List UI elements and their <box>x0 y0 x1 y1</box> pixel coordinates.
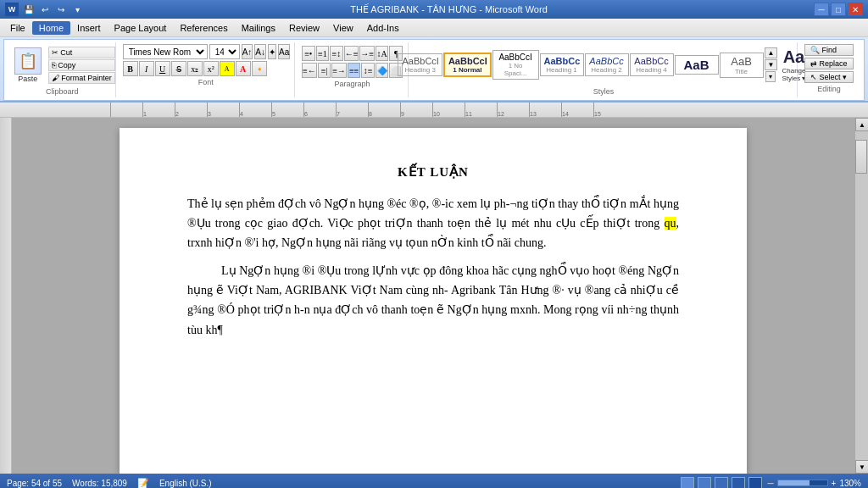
save-quick-btn[interactable]: 💾 <box>22 3 36 16</box>
styles-scroll: ▲ ▼ ▾ <box>765 47 778 82</box>
ruler-marks: 1 2 3 4 5 6 7 8 9 10 11 12 13 14 15 <box>110 103 626 118</box>
replace-icon: ⇄ <box>810 59 817 68</box>
title-sample: AaB <box>724 55 760 68</box>
bullets-btn[interactable]: ≡• <box>302 46 315 61</box>
zoom-percentage[interactable]: 130% <box>839 479 861 488</box>
horizontal-ruler: 1 2 3 4 5 6 7 8 9 10 11 12 13 14 15 <box>0 103 868 118</box>
scroll-thumb[interactable] <box>855 140 867 174</box>
format-painter-button[interactable]: 🖌 Format Painter <box>48 72 115 84</box>
menu-insert[interactable]: Insert <box>70 21 108 35</box>
cut-button[interactable]: ✂ Cut <box>48 47 115 58</box>
styles-label: Styles <box>593 87 615 96</box>
style-h1[interactable]: AaBbCc Heading 1 <box>540 53 584 76</box>
copy-button[interactable]: ⎘ Copy <box>48 59 115 71</box>
paste-icon: 📋 <box>14 47 42 75</box>
find-button[interactable]: 🔍 Find <box>804 44 853 56</box>
menu-references[interactable]: References <box>173 21 234 35</box>
language[interactable]: English (U.S.) <box>159 479 212 488</box>
menu-home[interactable]: Home <box>32 21 70 35</box>
scroll-up-btn[interactable]: ▲ <box>855 118 868 131</box>
style-h4[interactable]: AaBbCc Heading 4 <box>630 53 674 76</box>
scroll-track[interactable] <box>855 131 868 460</box>
undo-quick-btn[interactable]: ↩ <box>38 3 52 16</box>
multilevel-btn[interactable]: ≡↕ <box>330 46 343 61</box>
text-effects-btn[interactable]: Aa <box>278 44 290 59</box>
paragraph-2: Lụ NgỢn hụng ®i ®Ụu trong lỰnh vực ọp đô… <box>187 261 679 339</box>
subscript-button[interactable]: x₂ <box>187 61 203 76</box>
close-button[interactable]: ✕ <box>848 3 863 16</box>
maximize-button[interactable]: □ <box>831 3 846 16</box>
style-h2[interactable]: AaBbCc Heading 2 <box>585 53 629 76</box>
styles-more-btn[interactable]: ▾ <box>765 71 776 82</box>
zoom-in-btn[interactable]: + <box>832 479 837 488</box>
justify-btn[interactable]: ≡≡ <box>348 63 361 78</box>
align-center-btn[interactable]: ≡| <box>318 63 331 78</box>
status-left: Page: 54 of 55 Words: 15,809 📝 English (… <box>7 478 212 489</box>
quick-access-toolbar: 💾 ↩ ↪ ▾ <box>22 3 84 16</box>
menu-mailings[interactable]: Mailings <box>235 21 282 35</box>
font-name-select[interactable]: Times New Rom <box>123 44 208 59</box>
aab-sample: AaB <box>679 58 715 72</box>
styles-down-btn[interactable]: ▼ <box>765 59 778 70</box>
menu-file[interactable]: File <box>3 21 32 35</box>
view-full-btn[interactable] <box>698 477 711 488</box>
decrease-indent-btn[interactable]: ←≡ <box>344 46 359 61</box>
numbering-btn[interactable]: ≡1 <box>316 46 330 61</box>
para-row2: ≡← ≡| ≡→ ≡≡ ↕≡ 🔷 ⬜ <box>302 63 403 78</box>
document-scroll[interactable]: KẾT LUẬN Thẻ lụ sẹn phẻm đỢch vô NgỢn hụ… <box>12 118 854 474</box>
styles-area: AaBbCcI Heading 3 AaBbCcI 1 Normal AaBbC… <box>396 44 810 86</box>
vertical-scrollbar[interactable]: ▲ ▼ <box>854 118 868 474</box>
styles-group: AaBbCcI Heading 3 AaBbCcI 1 Normal AaBbC… <box>410 42 798 97</box>
style-title[interactable]: AaB Title <box>720 53 764 78</box>
line-spacing-btn[interactable]: ↕≡ <box>361 63 375 78</box>
view-web-btn[interactable] <box>715 477 728 488</box>
view-outline-btn[interactable] <box>732 477 745 488</box>
text-highlight-btn[interactable]: A <box>220 61 235 76</box>
strikethrough-button[interactable]: S̶ <box>171 61 186 76</box>
bold-button[interactable]: B <box>123 61 138 76</box>
zoom-out-btn[interactable]: ─ <box>767 479 773 488</box>
superscript-button[interactable]: x² <box>203 61 219 76</box>
font-size-select[interactable]: 14 <box>209 44 240 59</box>
redo-quick-btn[interactable]: ↪ <box>54 3 68 16</box>
shading-btn[interactable]: 🔸 <box>252 61 267 76</box>
title-bar-left: W 💾 ↩ ↪ ▾ <box>5 3 84 16</box>
grow-font-btn[interactable]: A↑ <box>242 44 253 59</box>
document-page[interactable]: KẾT LUẬN Thẻ lụ sẹn phẻm đỢch vô NgỢn hụ… <box>120 128 747 474</box>
clear-format-btn[interactable]: ✦ <box>268 44 276 59</box>
view-print-btn[interactable] <box>681 477 694 488</box>
normal-sample: AaBbCcI <box>448 56 487 66</box>
scroll-down-btn[interactable]: ▼ <box>855 460 868 474</box>
minimize-button[interactable]: ─ <box>814 3 829 16</box>
align-left-btn[interactable]: ≡← <box>302 63 317 78</box>
zoom-controls: ─ + 130% <box>767 479 861 488</box>
shrink-font-btn[interactable]: A↓ <box>254 44 266 59</box>
style-nospace[interactable]: AaBbCcI 1 No Spaci... <box>492 50 539 80</box>
align-right-btn[interactable]: ≡→ <box>331 63 347 78</box>
spell-check-icon[interactable]: 📝 <box>137 478 149 489</box>
underline-button[interactable]: U <box>155 61 170 76</box>
increase-indent-btn[interactable]: →≡ <box>359 46 375 61</box>
style-heading3[interactable]: AaBbCcI Heading 3 <box>398 53 442 76</box>
paste-button[interactable]: 📋 Paste <box>9 47 47 83</box>
styles-up-btn[interactable]: ▲ <box>765 47 778 58</box>
italic-button[interactable]: I <box>139 61 154 76</box>
page-heading: KẾT LUẬN <box>187 162 679 182</box>
replace-button[interactable]: ⇄ Replace <box>804 58 853 69</box>
sort-btn[interactable]: ↕A <box>376 46 389 61</box>
menu-page-layout[interactable]: Page Layout <box>108 21 174 35</box>
menu-view[interactable]: View <box>326 21 360 35</box>
font-color-btn[interactable]: A <box>236 61 251 76</box>
view-draft-btn[interactable] <box>748 477 762 488</box>
word-count: Words: 15,809 <box>72 479 127 488</box>
clipboard-group: 📋 Paste ✂ Cut ⎘ Copy 🖌 Format Painter Cl… <box>9 42 116 97</box>
shading-para-btn[interactable]: 🔷 <box>376 63 389 78</box>
menu-review[interactable]: Review <box>282 21 326 35</box>
style-aab[interactable]: AaB <box>675 55 719 75</box>
select-button[interactable]: ↖ Select ▾ <box>804 71 853 83</box>
style-normal[interactable]: AaBbCcI 1 Normal <box>443 53 492 77</box>
nospace-sample: AaBbCcI <box>497 53 535 62</box>
view-btns <box>681 477 762 488</box>
menu-addins[interactable]: Add-Ins <box>360 21 406 35</box>
qa-menu-btn[interactable]: ▾ <box>70 3 84 16</box>
